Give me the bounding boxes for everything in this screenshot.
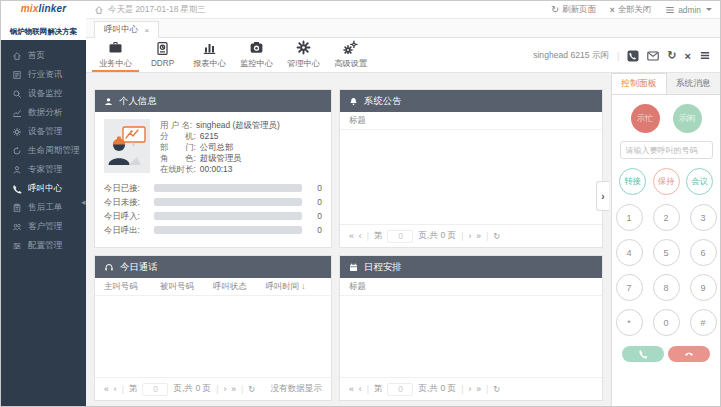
- dialpad-key-hash[interactable]: #: [690, 309, 717, 336]
- page-last-button[interactable]: »: [231, 384, 236, 394]
- dialpad-key-9[interactable]: 9: [690, 274, 717, 301]
- page-first-button[interactable]: «: [104, 384, 109, 394]
- dialpad-key-8[interactable]: 8: [653, 274, 680, 301]
- refresh-icon[interactable]: ↻: [493, 231, 500, 241]
- sidebar-collapse-handle[interactable]: ◂: [81, 197, 86, 207]
- column-status[interactable]: 呼叫状态: [213, 281, 266, 292]
- toolbar-item-ddrp[interactable]: DDRP: [139, 38, 186, 72]
- page-label: 第: [129, 383, 138, 395]
- column-caller[interactable]: 主叫号码: [104, 281, 160, 292]
- dialpad-key-4[interactable]: 4: [616, 239, 643, 266]
- page-first-button[interactable]: «: [349, 384, 354, 394]
- panel-personal-info: 个人信息: [94, 89, 332, 248]
- dialpad-key-7[interactable]: 7: [616, 274, 643, 301]
- agent-refresh-button[interactable]: ↻: [667, 49, 676, 62]
- dialpad-key-star[interactable]: *: [616, 309, 643, 336]
- tab-control-board[interactable]: 控制面板: [612, 73, 667, 94]
- refresh-page-button[interactable]: ↻ 刷新页面: [551, 4, 596, 15]
- dial-number-input[interactable]: [620, 141, 713, 159]
- show-idle-button[interactable]: 示闲: [673, 104, 702, 133]
- sidebar-item-call-center[interactable]: 呼叫中心: [1, 179, 86, 198]
- column-callee[interactable]: 被叫号码: [160, 281, 213, 292]
- toolbar-item-label: 管理中心: [287, 58, 320, 69]
- sidebar-item-device-manage[interactable]: 设备管理: [1, 122, 86, 141]
- divider: |: [461, 384, 463, 394]
- schedule-body: [340, 296, 602, 377]
- sidebar-item-home[interactable]: 首页: [1, 46, 86, 65]
- sidebar-item-expert-manage[interactable]: 专家管理: [1, 160, 86, 179]
- expert-user-icon: [12, 165, 22, 175]
- dialpad-key-0[interactable]: 0: [653, 309, 680, 336]
- menu-icon: [699, 50, 711, 61]
- sidebar-item-workorder[interactable]: 售后工单: [1, 198, 86, 217]
- hangup-button[interactable]: [668, 346, 710, 362]
- envelope-icon: [647, 51, 659, 61]
- conference-button[interactable]: 会议: [686, 168, 713, 195]
- right-panel-expander[interactable]: ›: [596, 181, 609, 211]
- tab-call-center[interactable]: 呼叫中心 ×: [94, 21, 159, 38]
- refresh-icon: ↻: [551, 4, 559, 15]
- personal-stats: 今日已接:0 今日未接:0 今日呼入:0 今日呼出:0: [104, 181, 322, 237]
- close-all-button[interactable]: × 全部关闭: [610, 4, 651, 15]
- sidebar-item-industry-news[interactable]: 行业资讯: [1, 65, 86, 84]
- sidebar-item-data-analysis[interactable]: 数据分析: [1, 103, 86, 122]
- sidebar-item-device-monitor[interactable]: 设备监控: [1, 84, 86, 103]
- panel-title: 系统公告: [364, 95, 402, 108]
- show-busy-button[interactable]: 示忙: [631, 104, 660, 133]
- refresh-icon[interactable]: ↻: [248, 384, 255, 394]
- page-next-button[interactable]: ›: [468, 231, 471, 241]
- home-icon: [94, 5, 104, 15]
- toolbar-item-manage-center[interactable]: 管理中心: [280, 38, 327, 72]
- dialpad-key-1[interactable]: 1: [616, 204, 643, 231]
- stat-row: 今日未接:0: [104, 195, 322, 209]
- toolbar-item-monitor-center[interactable]: 监控中心: [233, 38, 280, 72]
- page-last-button[interactable]: »: [476, 231, 481, 241]
- sidebar-item-customer-manage[interactable]: 客户管理: [1, 217, 86, 236]
- dialpad-key-5[interactable]: 5: [653, 239, 680, 266]
- page-next-button[interactable]: ›: [223, 384, 226, 394]
- dial-call-button[interactable]: [622, 346, 664, 362]
- page-prev-button[interactable]: ‹: [359, 384, 362, 394]
- calls-pagination: « ‹ | 第 页,共 0 页 | › » | ↻ 没有数据显示: [95, 377, 331, 400]
- divider: |: [367, 384, 369, 394]
- handset-icon: [627, 50, 639, 62]
- tab-close-icon[interactable]: ×: [144, 26, 149, 35]
- page-first-button[interactable]: «: [349, 231, 354, 241]
- sort-desc-icon[interactable]: ↓: [301, 281, 305, 291]
- page-number-input[interactable]: [387, 383, 413, 396]
- divider: |: [486, 384, 488, 394]
- toolbar-item-advanced-settings[interactable]: 高级设置: [327, 38, 374, 72]
- dialpad-key-3[interactable]: 3: [690, 204, 717, 231]
- toolbar-item-business-center[interactable]: 业务中心: [92, 38, 139, 72]
- announcements-body: [340, 130, 602, 224]
- panel-calls-header: 今日通话: [95, 256, 331, 278]
- page-number-input[interactable]: [142, 383, 168, 396]
- page-number-input[interactable]: [387, 230, 413, 243]
- refresh-icon[interactable]: ↻: [493, 384, 500, 394]
- agent-mail-button[interactable]: [647, 51, 659, 61]
- agent-close-button[interactable]: ×: [685, 50, 691, 62]
- tab-system-messages[interactable]: 系统消息: [667, 73, 721, 94]
- page-last-button[interactable]: »: [476, 384, 481, 394]
- sidebar-item-lifecycle[interactable]: 生命周期管理: [1, 141, 86, 160]
- personal-fields: 用 户 名:singhead (超级管理员) 分 机:6215 部 门:公司总部…: [160, 119, 280, 175]
- sidebar-item-config-manage[interactable]: 配置管理: [1, 236, 86, 255]
- sidebar-item-label: 客户管理: [28, 221, 62, 233]
- page-prev-button[interactable]: ‹: [114, 384, 117, 394]
- agent-menu-button[interactable]: [699, 50, 711, 61]
- field-row: 部 门:公司总部: [160, 142, 280, 153]
- page-prev-button[interactable]: ‹: [359, 231, 362, 241]
- toolbar-item-report-center[interactable]: 报表中心: [186, 38, 233, 72]
- user-menu[interactable]: admin: [665, 5, 712, 15]
- sidebar-item-label: 设备管理: [28, 126, 62, 138]
- date-text: 今天是 2017-01-18 星期三: [108, 4, 206, 15]
- field-value: 00:00:13: [200, 164, 233, 174]
- column-time[interactable]: 呼叫时间↓: [266, 281, 322, 292]
- dialpad-key-6[interactable]: 6: [690, 239, 717, 266]
- hold-button[interactable]: 保持: [653, 168, 680, 195]
- page-next-button[interactable]: ›: [468, 384, 471, 394]
- transfer-button[interactable]: 转接: [619, 168, 646, 195]
- user-icon: [104, 97, 113, 106]
- agent-phone-button[interactable]: [627, 50, 639, 62]
- dialpad-key-2[interactable]: 2: [653, 204, 680, 231]
